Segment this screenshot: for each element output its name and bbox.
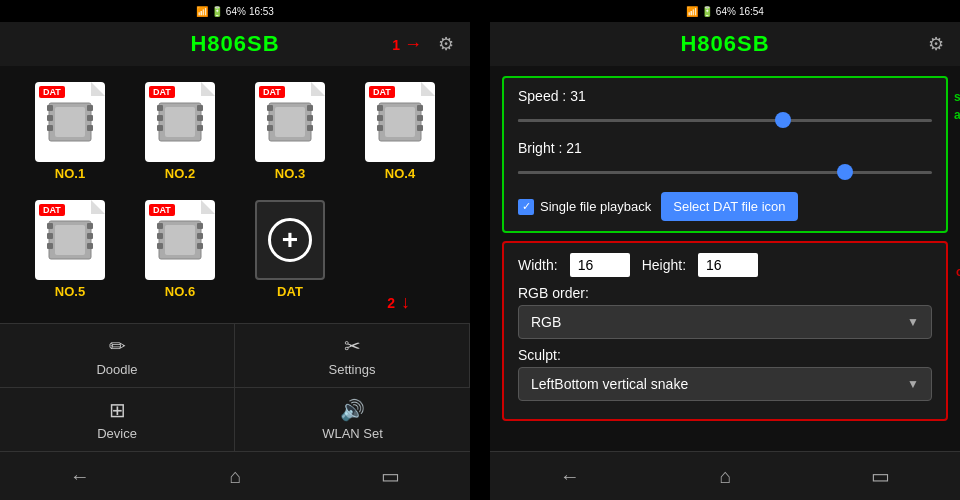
bright-fill [518, 171, 849, 174]
sculpt-dropdown[interactable]: LeftBottom vertical snake ▼ [518, 367, 932, 401]
svg-rect-20 [307, 105, 313, 111]
svg-rect-14 [197, 125, 203, 131]
svg-rect-37 [87, 233, 93, 239]
dat-label-1: NO.1 [55, 166, 85, 181]
recents-button[interactable]: ▭ [361, 460, 420, 492]
dat-file-icon-2: DAT [145, 82, 215, 162]
svg-rect-34 [47, 233, 53, 239]
bright-track [518, 171, 932, 174]
left-phone: 📶 🔋 64% 16:53 H806SB 1 → ⚙ DAT [0, 0, 470, 500]
svg-rect-44 [197, 223, 203, 229]
dat-file-grid: DAT NO.1 DAT [0, 66, 470, 323]
nav-doodle[interactable]: ✏ Doodle [0, 324, 235, 387]
home-button[interactable]: ⌂ [209, 461, 261, 492]
height-input[interactable] [698, 253, 758, 277]
rgb-dropdown-wrapper: RGB order: RGB ▼ [518, 285, 932, 339]
svg-rect-30 [417, 125, 423, 131]
single-playback-wrap: ✓ Single file playback [518, 199, 651, 215]
right-phone: 📶 🔋 64% 16:54 H806SB ⚙ set speed,brighta… [490, 0, 960, 500]
dat-file-icon-1: DAT [35, 82, 105, 162]
left-status-icons: 📶 🔋 64% 16:53 [196, 6, 274, 17]
phone-divider [470, 0, 490, 500]
svg-rect-22 [307, 125, 313, 131]
svg-rect-36 [87, 223, 93, 229]
dat-file-icon-4: DAT [365, 82, 435, 162]
right-gear-icon[interactable]: ⚙ [928, 33, 944, 55]
bright-thumb[interactable] [837, 164, 853, 180]
svg-rect-9 [157, 105, 163, 111]
nav-wlan[interactable]: 🔊 WLAN Set [235, 387, 470, 451]
nav-settings[interactable]: ✂ Settings [235, 324, 470, 387]
arrow-right-icon: → [404, 34, 422, 55]
svg-rect-29 [417, 115, 423, 121]
settings-content: set speed,brightand play mode Speed : 31… [490, 66, 960, 451]
right-status-icons: 📶 🔋 64% 16:54 [686, 6, 764, 17]
nav-device[interactable]: ⊞ Device [0, 387, 235, 451]
doodle-label: Doodle [96, 362, 137, 377]
svg-rect-13 [197, 115, 203, 121]
dat-file-icon-3: DAT [255, 82, 325, 162]
svg-rect-19 [267, 125, 273, 131]
dat-item-4[interactable]: DAT NO.4 [350, 82, 450, 190]
settings-icon: ✂ [344, 334, 361, 358]
svg-rect-12 [197, 105, 203, 111]
svg-rect-41 [157, 223, 163, 229]
right-back-button[interactable]: ← [540, 461, 600, 492]
wlan-icon: 🔊 [340, 398, 365, 422]
width-label: Width: [518, 257, 558, 273]
right-recents-button[interactable]: ▭ [851, 460, 910, 492]
sculpt-value: LeftBottom vertical snake [531, 376, 688, 392]
dat-label-2: NO.2 [165, 166, 195, 181]
width-height-row: Width: Height: [518, 253, 932, 277]
svg-rect-23 [275, 107, 305, 137]
device-icon: ⊞ [109, 398, 126, 422]
dat-label-5: NO.5 [55, 284, 85, 299]
svg-rect-28 [417, 105, 423, 111]
right-app-header: H806SB ⚙ [490, 22, 960, 66]
nav-bottom-bar: ← ⌂ ▭ [0, 452, 470, 500]
svg-rect-2 [47, 115, 53, 121]
height-label: Height: [642, 257, 686, 273]
width-input[interactable] [570, 253, 630, 277]
svg-rect-45 [197, 233, 203, 239]
dat-file-icon-6: DAT [145, 200, 215, 280]
bright-row: Bright : 21 [518, 140, 932, 156]
annotation-1-number: 1 [392, 37, 400, 53]
single-playback-checkbox[interactable]: ✓ [518, 199, 534, 215]
dat-item-3[interactable]: DAT NO.3 [240, 82, 340, 190]
speed-track [518, 119, 932, 122]
doodle-icon: ✏ [109, 334, 126, 358]
svg-rect-6 [87, 125, 93, 131]
dat-item-5[interactable]: DAT NO.5 [20, 200, 120, 308]
film-strip-1 [47, 95, 93, 149]
film-strip-4 [377, 95, 423, 149]
svg-rect-25 [377, 105, 383, 111]
rgb-label: RGB order: [518, 285, 932, 301]
film-strip-6 [157, 213, 203, 267]
left-gear-icon[interactable]: ⚙ [438, 33, 454, 55]
dat-item-2[interactable]: DAT NO.2 [130, 82, 230, 190]
speed-thumb[interactable] [775, 112, 791, 128]
select-dat-button[interactable]: Select DAT file icon [661, 192, 797, 221]
dat-label-4: NO.4 [385, 166, 415, 181]
device-label: Device [97, 426, 137, 441]
svg-rect-11 [157, 125, 163, 131]
doodle-section: only for doodle Width: Height: RGB order… [502, 241, 948, 421]
speed-slider[interactable] [518, 110, 932, 130]
rgb-dropdown-arrow: ▼ [907, 315, 919, 329]
dat-file-icon-5: DAT [35, 200, 105, 280]
dat-item-1[interactable]: DAT NO.1 [20, 82, 120, 190]
back-button[interactable]: ← [50, 461, 110, 492]
svg-rect-17 [267, 105, 273, 111]
left-app-header: H806SB 1 → ⚙ [0, 22, 470, 66]
bright-label: Bright : 21 [518, 140, 608, 156]
rgb-dropdown[interactable]: RGB ▼ [518, 305, 932, 339]
bright-slider[interactable] [518, 162, 932, 182]
dat-add-item[interactable]: + DAT [240, 200, 340, 308]
dat-item-6[interactable]: DAT NO.6 [130, 200, 230, 308]
right-home-button[interactable]: ⌂ [699, 461, 751, 492]
plus-circle-icon: + [268, 218, 312, 262]
sculpt-dropdown-arrow: ▼ [907, 377, 919, 391]
svg-rect-47 [165, 225, 195, 255]
arrow-down-icon: ↓ [401, 292, 410, 313]
